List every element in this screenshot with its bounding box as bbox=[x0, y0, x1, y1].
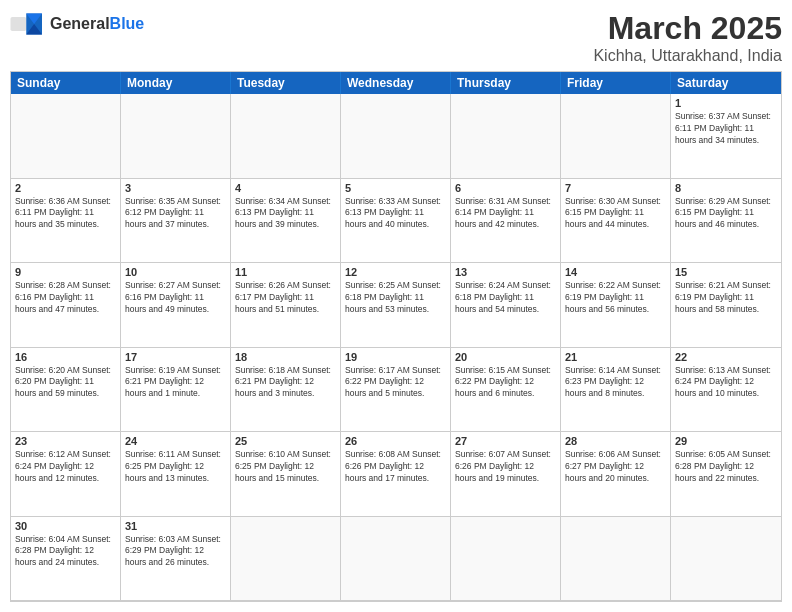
cell-date: 11 bbox=[235, 266, 336, 278]
day-header-thursday: Thursday bbox=[451, 72, 561, 94]
cell-info: Sunrise: 6:15 AM Sunset: 6:22 PM Dayligh… bbox=[455, 365, 556, 401]
day-header-tuesday: Tuesday bbox=[231, 72, 341, 94]
cell-date: 4 bbox=[235, 182, 336, 194]
month-title: March 2025 bbox=[593, 10, 782, 47]
cell-date: 2 bbox=[15, 182, 116, 194]
calendar-cell-25: 25Sunrise: 6:10 AM Sunset: 6:25 PM Dayli… bbox=[231, 432, 341, 517]
calendar-cell-empty bbox=[561, 517, 671, 602]
calendar-cell-empty bbox=[121, 94, 231, 179]
calendar-cell-13: 13Sunrise: 6:24 AM Sunset: 6:18 PM Dayli… bbox=[451, 263, 561, 348]
cell-info: Sunrise: 6:06 AM Sunset: 6:27 PM Dayligh… bbox=[565, 449, 666, 485]
cell-info: Sunrise: 6:24 AM Sunset: 6:18 PM Dayligh… bbox=[455, 280, 556, 316]
cell-info: Sunrise: 6:04 AM Sunset: 6:28 PM Dayligh… bbox=[15, 534, 116, 570]
cell-date: 30 bbox=[15, 520, 116, 532]
calendar-cell-18: 18Sunrise: 6:18 AM Sunset: 6:21 PM Dayli… bbox=[231, 348, 341, 433]
cell-date: 3 bbox=[125, 182, 226, 194]
cell-info: Sunrise: 6:28 AM Sunset: 6:16 PM Dayligh… bbox=[15, 280, 116, 316]
cell-date: 14 bbox=[565, 266, 666, 278]
calendar-cell-19: 19Sunrise: 6:17 AM Sunset: 6:22 PM Dayli… bbox=[341, 348, 451, 433]
calendar-cell-23: 23Sunrise: 6:12 AM Sunset: 6:24 PM Dayli… bbox=[11, 432, 121, 517]
cell-info: Sunrise: 6:18 AM Sunset: 6:21 PM Dayligh… bbox=[235, 365, 336, 401]
cell-date: 8 bbox=[675, 182, 777, 194]
cell-info: Sunrise: 6:10 AM Sunset: 6:25 PM Dayligh… bbox=[235, 449, 336, 485]
svg-rect-0 bbox=[11, 17, 27, 31]
calendar-cell-16: 16Sunrise: 6:20 AM Sunset: 6:20 PM Dayli… bbox=[11, 348, 121, 433]
cell-info: Sunrise: 6:21 AM Sunset: 6:19 PM Dayligh… bbox=[675, 280, 777, 316]
day-header-friday: Friday bbox=[561, 72, 671, 94]
cell-info: Sunrise: 6:31 AM Sunset: 6:14 PM Dayligh… bbox=[455, 196, 556, 232]
cell-info: Sunrise: 6:12 AM Sunset: 6:24 PM Dayligh… bbox=[15, 449, 116, 485]
calendar-cell-14: 14Sunrise: 6:22 AM Sunset: 6:19 PM Dayli… bbox=[561, 263, 671, 348]
cell-date: 19 bbox=[345, 351, 446, 363]
cell-date: 24 bbox=[125, 435, 226, 447]
cell-date: 7 bbox=[565, 182, 666, 194]
location-title: Kichha, Uttarakhand, India bbox=[593, 47, 782, 65]
calendar-cell-empty bbox=[231, 517, 341, 602]
calendar-cell-28: 28Sunrise: 6:06 AM Sunset: 6:27 PM Dayli… bbox=[561, 432, 671, 517]
cell-date: 9 bbox=[15, 266, 116, 278]
calendar-cell-empty bbox=[11, 94, 121, 179]
cell-info: Sunrise: 6:25 AM Sunset: 6:18 PM Dayligh… bbox=[345, 280, 446, 316]
calendar-cell-7: 7Sunrise: 6:30 AM Sunset: 6:15 PM Daylig… bbox=[561, 179, 671, 264]
day-header-saturday: Saturday bbox=[671, 72, 781, 94]
generalblue-icon bbox=[10, 10, 46, 38]
cell-info: Sunrise: 6:29 AM Sunset: 6:15 PM Dayligh… bbox=[675, 196, 777, 232]
cell-info: Sunrise: 6:27 AM Sunset: 6:16 PM Dayligh… bbox=[125, 280, 226, 316]
calendar-cell-empty bbox=[341, 94, 451, 179]
calendar-cell-empty bbox=[231, 94, 341, 179]
cell-date: 22 bbox=[675, 351, 777, 363]
calendar-cell-15: 15Sunrise: 6:21 AM Sunset: 6:19 PM Dayli… bbox=[671, 263, 781, 348]
calendar-cell-empty bbox=[341, 517, 451, 602]
cell-date: 20 bbox=[455, 351, 556, 363]
cell-date: 12 bbox=[345, 266, 446, 278]
calendar-cell-1: 1Sunrise: 6:37 AM Sunset: 6:11 PM Daylig… bbox=[671, 94, 781, 179]
cell-info: Sunrise: 6:22 AM Sunset: 6:19 PM Dayligh… bbox=[565, 280, 666, 316]
cell-date: 23 bbox=[15, 435, 116, 447]
calendar-cell-20: 20Sunrise: 6:15 AM Sunset: 6:22 PM Dayli… bbox=[451, 348, 561, 433]
day-header-monday: Monday bbox=[121, 72, 231, 94]
title-section: March 2025 Kichha, Uttarakhand, India bbox=[593, 10, 782, 65]
day-headers: SundayMondayTuesdayWednesdayThursdayFrid… bbox=[11, 72, 781, 94]
calendar-cell-empty bbox=[451, 94, 561, 179]
cell-info: Sunrise: 6:34 AM Sunset: 6:13 PM Dayligh… bbox=[235, 196, 336, 232]
logo-label: GeneralBlue bbox=[50, 15, 144, 33]
calendar-cell-29: 29Sunrise: 6:05 AM Sunset: 6:28 PM Dayli… bbox=[671, 432, 781, 517]
calendar-cell-6: 6Sunrise: 6:31 AM Sunset: 6:14 PM Daylig… bbox=[451, 179, 561, 264]
calendar-cell-22: 22Sunrise: 6:13 AM Sunset: 6:24 PM Dayli… bbox=[671, 348, 781, 433]
cell-date: 1 bbox=[675, 97, 777, 109]
cell-info: Sunrise: 6:11 AM Sunset: 6:25 PM Dayligh… bbox=[125, 449, 226, 485]
day-header-wednesday: Wednesday bbox=[341, 72, 451, 94]
cell-info: Sunrise: 6:13 AM Sunset: 6:24 PM Dayligh… bbox=[675, 365, 777, 401]
calendar-cell-30: 30Sunrise: 6:04 AM Sunset: 6:28 PM Dayli… bbox=[11, 517, 121, 602]
calendar-cell-empty bbox=[451, 517, 561, 602]
calendar-cell-4: 4Sunrise: 6:34 AM Sunset: 6:13 PM Daylig… bbox=[231, 179, 341, 264]
calendar-cell-2: 2Sunrise: 6:36 AM Sunset: 6:11 PM Daylig… bbox=[11, 179, 121, 264]
cell-date: 21 bbox=[565, 351, 666, 363]
cell-info: Sunrise: 6:08 AM Sunset: 6:26 PM Dayligh… bbox=[345, 449, 446, 485]
calendar-cell-8: 8Sunrise: 6:29 AM Sunset: 6:15 PM Daylig… bbox=[671, 179, 781, 264]
cell-date: 16 bbox=[15, 351, 116, 363]
cell-date: 25 bbox=[235, 435, 336, 447]
calendar-cell-9: 9Sunrise: 6:28 AM Sunset: 6:16 PM Daylig… bbox=[11, 263, 121, 348]
cell-info: Sunrise: 6:20 AM Sunset: 6:20 PM Dayligh… bbox=[15, 365, 116, 401]
cell-info: Sunrise: 6:26 AM Sunset: 6:17 PM Dayligh… bbox=[235, 280, 336, 316]
cell-date: 26 bbox=[345, 435, 446, 447]
logo: GeneralBlue bbox=[10, 10, 144, 38]
cell-info: Sunrise: 6:17 AM Sunset: 6:22 PM Dayligh… bbox=[345, 365, 446, 401]
cell-info: Sunrise: 6:37 AM Sunset: 6:11 PM Dayligh… bbox=[675, 111, 777, 147]
cell-info: Sunrise: 6:36 AM Sunset: 6:11 PM Dayligh… bbox=[15, 196, 116, 232]
calendar-cell-empty bbox=[671, 517, 781, 602]
calendar-cell-12: 12Sunrise: 6:25 AM Sunset: 6:18 PM Dayli… bbox=[341, 263, 451, 348]
calendar-cell-10: 10Sunrise: 6:27 AM Sunset: 6:16 PM Dayli… bbox=[121, 263, 231, 348]
calendar-grid: 1Sunrise: 6:37 AM Sunset: 6:11 PM Daylig… bbox=[11, 94, 781, 601]
cell-date: 28 bbox=[565, 435, 666, 447]
cell-info: Sunrise: 6:30 AM Sunset: 6:15 PM Dayligh… bbox=[565, 196, 666, 232]
calendar-cell-27: 27Sunrise: 6:07 AM Sunset: 6:26 PM Dayli… bbox=[451, 432, 561, 517]
calendar-cell-3: 3Sunrise: 6:35 AM Sunset: 6:12 PM Daylig… bbox=[121, 179, 231, 264]
cell-date: 18 bbox=[235, 351, 336, 363]
cell-info: Sunrise: 6:35 AM Sunset: 6:12 PM Dayligh… bbox=[125, 196, 226, 232]
calendar: SundayMondayTuesdayWednesdayThursdayFrid… bbox=[10, 71, 782, 602]
cell-date: 15 bbox=[675, 266, 777, 278]
cell-date: 5 bbox=[345, 182, 446, 194]
calendar-cell-21: 21Sunrise: 6:14 AM Sunset: 6:23 PM Dayli… bbox=[561, 348, 671, 433]
